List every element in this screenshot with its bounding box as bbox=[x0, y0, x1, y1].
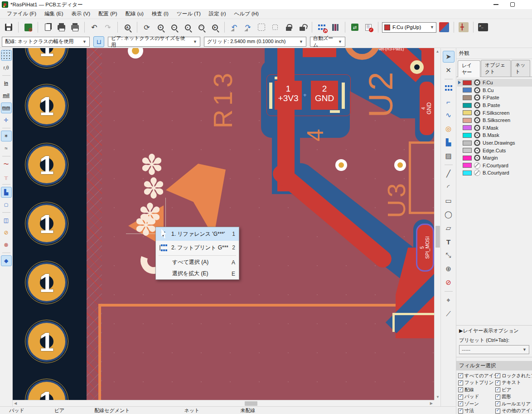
ungroup-button[interactable] bbox=[269, 21, 281, 33]
board-setup-button[interactable] bbox=[22, 21, 34, 33]
filter-vias[interactable]: ビア bbox=[495, 387, 532, 393]
layer-color-swatch[interactable] bbox=[463, 163, 472, 168]
menu-preferences[interactable]: 設定 (r) bbox=[205, 9, 230, 19]
auto-track-width-toggle[interactable]: ⊔ bbox=[93, 36, 104, 47]
tab-objects[interactable]: オブジェクト bbox=[481, 60, 511, 77]
layer-color-swatch[interactable] bbox=[463, 141, 472, 146]
filter-rule-areas[interactable]: ルールエリア bbox=[495, 401, 532, 407]
add-via-tool[interactable]: ◎ bbox=[443, 123, 455, 135]
zone-outline-display-toggle[interactable]: ▢ bbox=[1, 199, 12, 210]
layer-color-swatch[interactable] bbox=[463, 88, 472, 93]
polar-coordinates-toggle[interactable]: r,θ bbox=[1, 62, 12, 73]
route-tracks-tool[interactable]: ⌐ bbox=[443, 96, 455, 107]
checkbox-checked[interactable] bbox=[495, 380, 500, 385]
add-rule-area-tool[interactable]: ▨ bbox=[443, 150, 455, 162]
draw-polygon-tool[interactable]: ▱ bbox=[443, 222, 455, 234]
sketch-footprints-toggle[interactable]: ◫ bbox=[1, 215, 12, 226]
checkbox-checked[interactable] bbox=[458, 380, 463, 385]
find-button[interactable]: A bbox=[121, 21, 133, 33]
menu-edit[interactable]: 編集 (E) bbox=[40, 9, 68, 19]
filter-dimensions[interactable]: 寸法 bbox=[458, 408, 495, 414]
units-inches-toggle[interactable]: in bbox=[1, 78, 12, 89]
eye-icon[interactable] bbox=[474, 147, 480, 154]
cursor-shape-toggle[interactable]: ✛ bbox=[1, 115, 12, 126]
menu-inspect[interactable]: 検査 (I) bbox=[148, 9, 173, 19]
eye-icon[interactable] bbox=[474, 102, 480, 108]
scroll-right-arrow[interactable]: ▶ bbox=[430, 401, 433, 405]
silk-ref-r13[interactable]: R13 bbox=[208, 69, 238, 128]
filter-zones[interactable]: ゾーン bbox=[458, 401, 495, 407]
draw-circle-tool[interactable]: ◯ bbox=[443, 209, 455, 220]
zoom-fit-button[interactable]: ▪ bbox=[182, 21, 193, 33]
layer-color-swatch[interactable] bbox=[463, 118, 472, 123]
zoom-selection-button[interactable]: ➤ bbox=[209, 21, 221, 33]
menu-file[interactable]: ファイル (F) bbox=[3, 9, 40, 19]
units-mils-toggle[interactable]: mil bbox=[1, 90, 12, 101]
layer-color-swatch[interactable] bbox=[463, 170, 472, 175]
layer-row-fmask[interactable]: F.Mask bbox=[457, 124, 532, 132]
checkbox-checked[interactable] bbox=[495, 409, 500, 414]
undo-view-button[interactable]: ↶ bbox=[228, 21, 240, 33]
maximize-button[interactable] bbox=[510, 2, 515, 7]
menu-place[interactable]: 配置 (P) bbox=[94, 9, 121, 19]
th-pad-6[interactable]: 1 bbox=[25, 320, 68, 363]
layer-row-bmask[interactable]: B.Mask bbox=[457, 132, 532, 139]
layer-color-swatch[interactable] bbox=[463, 125, 472, 130]
draw-line-tool[interactable]: ╱ bbox=[443, 168, 455, 180]
context-menu-item-select-all[interactable]: すべて選択 (A) A bbox=[156, 257, 239, 268]
canvas-vertical-scrollbar[interactable]: ▲ ▼ bbox=[434, 48, 440, 400]
high-contrast-mode-toggle[interactable]: ◆ bbox=[1, 255, 12, 266]
tab-layers[interactable]: レイヤー bbox=[458, 60, 480, 77]
th-pad-5[interactable]: 1 bbox=[25, 261, 68, 304]
layer-color-swatch[interactable] bbox=[463, 156, 472, 161]
filter-pads[interactable]: パッド bbox=[458, 394, 495, 400]
silk-graphic-triangle-right[interactable] bbox=[166, 164, 226, 237]
interactive-router-settings-button[interactable] bbox=[458, 21, 469, 33]
via-size-selector[interactable]: ビア: ネットクラスのサイズを使用▼ bbox=[108, 37, 200, 47]
layer-row-userdrawings[interactable]: User.Drawings bbox=[457, 139, 532, 147]
layer-row-bsilkscreen[interactable]: B.Silkscreen bbox=[457, 117, 532, 124]
canvas-horizontal-scrollbar[interactable]: ◀ ▶ bbox=[13, 400, 434, 406]
fcu-trace-right-top[interactable] bbox=[421, 48, 434, 75]
crossprobe-toggle[interactable]: ╥ bbox=[1, 171, 12, 182]
tab-nets[interactable]: ネット bbox=[511, 60, 530, 77]
active-layer-selector[interactable]: F.Cu (PgUp) ▼ bbox=[382, 22, 436, 33]
zone-fill-display-toggle[interactable]: ▙ bbox=[1, 187, 12, 198]
preset-selector[interactable]: -----▼ bbox=[459, 345, 529, 354]
eye-icon[interactable] bbox=[474, 140, 480, 146]
via-2[interactable] bbox=[394, 159, 406, 171]
layer-color-swatch[interactable] bbox=[463, 103, 472, 108]
group-button[interactable] bbox=[256, 21, 267, 33]
context-menu-item-reference[interactable]: T 1. リファレンス 'G***' 1 bbox=[156, 227, 239, 241]
scroll-left-arrow[interactable]: ◀ bbox=[14, 401, 17, 405]
checkbox-checked[interactable] bbox=[495, 373, 500, 378]
measure-tool[interactable]: ⟋ bbox=[443, 308, 455, 320]
filter-text[interactable]: テキスト bbox=[495, 380, 532, 386]
layer-color-swatch[interactable] bbox=[463, 133, 472, 138]
filter-graphics[interactable]: 図形 bbox=[495, 394, 532, 400]
layer-color-swatch[interactable] bbox=[463, 110, 472, 115]
drc-button[interactable] bbox=[363, 21, 374, 33]
eye-icon[interactable] bbox=[474, 94, 480, 101]
silk-ref-u3[interactable]: U3 bbox=[382, 181, 411, 218]
eye-icon[interactable] bbox=[474, 87, 480, 93]
select-tool[interactable]: ➤ bbox=[443, 51, 455, 63]
via-1[interactable] bbox=[335, 159, 347, 171]
footprint-editor-button[interactable] bbox=[316, 21, 328, 33]
checkbox-checked[interactable] bbox=[495, 401, 500, 406]
zoom-out-button[interactable]: − bbox=[168, 21, 180, 33]
layer-color-swatch[interactable] bbox=[463, 95, 472, 100]
checkbox-checked[interactable] bbox=[495, 387, 500, 392]
fcu-trace-diagonal[interactable] bbox=[269, 161, 395, 271]
add-text-tool[interactable]: T bbox=[443, 236, 455, 248]
eye-icon[interactable] bbox=[474, 117, 480, 123]
library-browser-button[interactable] bbox=[329, 21, 341, 33]
layer-row-fsilkscreen[interactable]: F.Silkscreen bbox=[457, 109, 532, 117]
eye-icon[interactable] bbox=[474, 79, 480, 86]
layer-row-margin[interactable]: Margin bbox=[457, 154, 532, 162]
layer-row-bcu[interactable]: B.Cu bbox=[457, 87, 532, 94]
layer-row-bpaste[interactable]: B.Paste bbox=[457, 102, 532, 109]
filter-all-items[interactable]: すべてのアイテム bbox=[458, 373, 495, 379]
units-mm-toggle[interactable]: mm bbox=[1, 102, 12, 113]
layer-row-bcourtyard[interactable]: B.Courtyard bbox=[457, 169, 532, 177]
